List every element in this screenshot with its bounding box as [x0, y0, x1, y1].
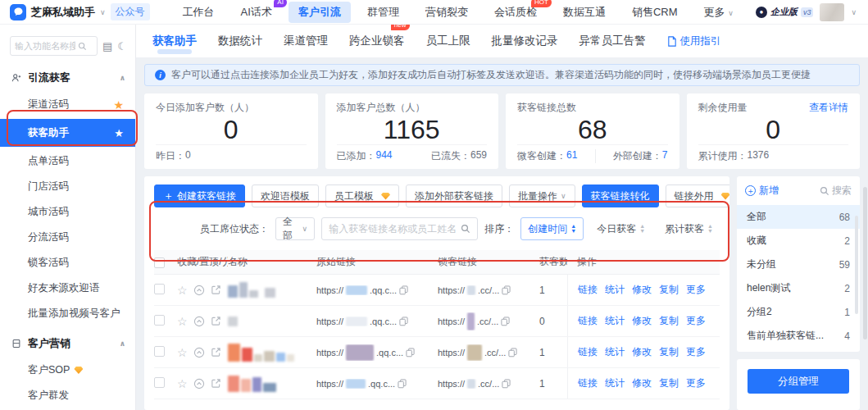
link-action[interactable]: 链接	[578, 283, 598, 297]
edit-action[interactable]: 修改	[632, 314, 652, 328]
sidebar-item-city-qr[interactable]: 城市活码	[0, 199, 135, 225]
sidebar-item-order-qr[interactable]: 点单活码	[0, 148, 135, 174]
favorite-star-icon[interactable]: ☆	[177, 315, 188, 328]
link-search-input[interactable]	[329, 223, 456, 235]
nav-more[interactable]: 更多 ∨	[694, 2, 743, 23]
link-action[interactable]: 链接	[578, 345, 598, 359]
tab-abnormal-staff-alert[interactable]: 异常员工告警	[579, 25, 646, 57]
copy-action[interactable]: 复制	[659, 314, 679, 328]
usage-guide-link[interactable]: 使用指引	[667, 34, 721, 48]
tab-channel-management[interactable]: 渠道管理	[284, 25, 328, 57]
share-icon[interactable]	[211, 285, 221, 295]
select-all-checkbox[interactable]	[154, 257, 165, 268]
search-icon[interactable]	[78, 42, 87, 51]
added-count-link[interactable]: 944	[376, 149, 393, 163]
weike-created-link[interactable]: 61	[566, 149, 577, 163]
nav-workbench[interactable]: 工作台	[173, 2, 225, 23]
stats-action[interactable]: 统计	[605, 345, 625, 359]
link-conversion-button[interactable]: 获客链接转化	[582, 184, 659, 207]
copy-action[interactable]: 复制	[659, 376, 679, 390]
group-item-all[interactable]: 全部68	[737, 205, 860, 229]
section-collapse-icon[interactable]: ∧	[120, 339, 125, 348]
edit-action[interactable]: 修改	[632, 345, 652, 359]
copy-icon[interactable]	[399, 285, 408, 295]
user-menu-chevron-down-icon[interactable]: ∨	[851, 8, 857, 16]
group-item-ungrouped[interactable]: 未分组59	[737, 253, 860, 276]
sidebar-search-input[interactable]	[15, 41, 75, 51]
share-icon[interactable]	[211, 347, 221, 358]
sidebar-item-batch-add-video[interactable]: 批量添加视频号客户	[0, 301, 135, 326]
copy-icon[interactable]	[501, 317, 510, 326]
sidebar-item-channel-qr[interactable]: 渠道活码★	[0, 92, 135, 117]
share-icon[interactable]	[211, 378, 221, 389]
pin-top-icon[interactable]	[193, 378, 205, 390]
sidebar-item-acquisition-assistant[interactable]: 获客助手★	[0, 119, 135, 147]
tab-acquisition-assistant[interactable]: 获客助手	[152, 25, 197, 57]
stats-action[interactable]: 统计	[605, 283, 625, 297]
nav-ai-script[interactable]: AI话术AI	[231, 2, 282, 23]
sidebar-item-customer-sop[interactable]: 客户SOP	[0, 358, 135, 383]
dark-mode-moon-icon[interactable]: ☾	[117, 40, 127, 52]
favorite-star-icon[interactable]: ☆	[177, 346, 188, 359]
more-action[interactable]: 更多	[686, 345, 706, 359]
app-chevron-down-icon[interactable]: ∨	[100, 8, 106, 16]
group-item-favorites[interactable]: 收藏2	[737, 229, 860, 253]
tab-cross-company-lock[interactable]: 跨企业锁客new	[349, 25, 405, 57]
panel-scrollbar[interactable]	[855, 216, 858, 314]
sort-by-create-time[interactable]: 创建时间▲▼	[520, 217, 584, 240]
copy-action[interactable]: 复制	[659, 345, 679, 359]
stats-action[interactable]: 统计	[605, 314, 625, 328]
group-search-button[interactable]: 搜索	[820, 184, 852, 198]
sidebar-section-marketing[interactable]: 客户营销 ∧	[0, 326, 135, 358]
app-logo[interactable]: 芝麻私域助手 ∨ 公众号	[0, 3, 158, 20]
more-action[interactable]: 更多	[686, 376, 706, 390]
tab-staff-limit[interactable]: 员工上限	[426, 25, 470, 57]
nav-data-interop[interactable]: 数据互通	[553, 2, 616, 23]
add-group-button[interactable]: ＋新增	[745, 184, 779, 198]
copy-icon[interactable]	[399, 317, 408, 326]
link-action[interactable]: 链接	[578, 314, 598, 328]
panels-icon[interactable]: ▤	[102, 40, 112, 52]
copy-icon[interactable]	[508, 348, 517, 358]
copy-action[interactable]: 复制	[659, 283, 679, 297]
official-account-link[interactable]: 公众号	[111, 3, 150, 20]
pin-top-icon[interactable]	[193, 347, 205, 358]
sidebar-item-split-qr[interactable]: 分流活码	[0, 225, 135, 250]
favorite-star-icon[interactable]: ★	[113, 98, 124, 112]
favorite-star-icon[interactable]: ☆	[177, 377, 188, 390]
group-item-group2[interactable]: 分组21	[737, 300, 860, 324]
pin-top-icon[interactable]	[193, 285, 205, 296]
tab-data-statistics[interactable]: 数据统计	[218, 25, 262, 57]
copy-icon[interactable]	[502, 379, 511, 389]
nav-marketing-fission[interactable]: 营销裂变	[416, 2, 478, 23]
nav-group-management[interactable]: 群管理	[357, 2, 409, 23]
external-created-link[interactable]: 7	[662, 149, 668, 163]
sidebar-item-lock-qr[interactable]: 锁客活码	[0, 250, 135, 276]
add-external-link-button[interactable]: 添加外部获客链接	[406, 184, 502, 207]
group-item-helen-test[interactable]: helen测试2	[737, 276, 860, 300]
group-manage-button[interactable]: 分组管理	[748, 369, 849, 394]
row-checkbox[interactable]	[154, 284, 165, 294]
sort-by-today[interactable]: 今日获客▲▼	[590, 217, 652, 240]
pin-top-icon[interactable]	[193, 316, 205, 327]
favorite-star-icon[interactable]: ☆	[177, 284, 188, 297]
tab-batch-modify-log[interactable]: 批量修改记录	[492, 25, 558, 57]
link-action[interactable]: 链接	[578, 376, 598, 390]
nav-chat-inspection[interactable]: 会话质检HOT	[484, 2, 547, 23]
more-action[interactable]: 更多	[686, 283, 706, 297]
copy-icon[interactable]	[406, 348, 415, 358]
sidebar-item-friend-source-welcome[interactable]: 好友来源欢迎语	[0, 276, 135, 301]
row-checkbox[interactable]	[154, 315, 165, 326]
sort-by-total[interactable]: 累计获客▲▼	[658, 217, 720, 240]
copy-icon[interactable]	[398, 379, 407, 389]
welcome-template-button[interactable]: 欢迎语模板	[252, 184, 319, 207]
user-avatar[interactable]	[820, 3, 844, 21]
sidebar-section-acquisition[interactable]: 引流获客 ∧	[0, 61, 135, 92]
sidebar-item-store-qr[interactable]: 门店活码	[0, 174, 135, 199]
view-details-link[interactable]: 查看详情	[809, 101, 848, 115]
link-external-use-button[interactable]: 链接外用	[666, 184, 729, 207]
sidebar-item-customer-broadcast[interactable]: 客户群发	[0, 383, 135, 408]
row-checkbox[interactable]	[154, 346, 165, 357]
favorite-star-icon[interactable]: ★	[114, 127, 124, 139]
nav-sales-crm[interactable]: 销售CRM	[622, 2, 688, 23]
